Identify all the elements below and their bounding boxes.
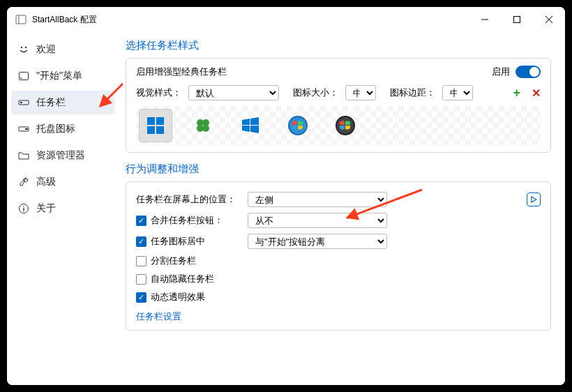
start-icon-win11[interactable]: [139, 109, 172, 142]
split-checkbox[interactable]: [136, 256, 146, 266]
start-icon-row: [136, 106, 541, 145]
sidebar-item-label: 托盘图标: [36, 123, 75, 135]
svg-rect-3: [514, 17, 520, 23]
svg-point-6: [21, 47, 22, 48]
sidebar-item-about[interactable]: 关于: [11, 197, 114, 220]
svg-rect-17: [147, 117, 155, 125]
svg-rect-13: [25, 128, 28, 130]
icon-size-select[interactable]: 中: [345, 85, 376, 100]
sidebar-item-label: "开始"菜单: [36, 70, 82, 82]
play-button[interactable]: [527, 193, 541, 206]
visual-style-select[interactable]: 默认: [188, 85, 279, 100]
tray-icon: [18, 123, 29, 135]
sidebar-item-explorer[interactable]: 资源管理器: [11, 144, 114, 167]
info-icon: [18, 203, 29, 214]
start-icon-clover[interactable]: [186, 109, 220, 142]
main-content: 选择任务栏样式 启用增强型经典任务栏 启用 视觉样式： 默认 图标大小： 中 图…: [119, 32, 565, 385]
combine-label: 合并任务栏按钮：: [151, 214, 223, 227]
svg-rect-8: [20, 73, 29, 80]
svg-point-24: [202, 125, 209, 132]
icon-margin-label: 图标边距：: [390, 86, 435, 99]
window-icon: [18, 70, 29, 82]
sidebar-item-label: 欢迎: [36, 43, 56, 56]
enable-toggle[interactable]: [515, 66, 541, 78]
autohide-checkbox[interactable]: [136, 274, 146, 285]
svg-rect-20: [156, 126, 164, 134]
enable-classic-label: 启用增强型经典任务栏: [136, 66, 227, 78]
taskbar-settings-link[interactable]: 任务栏设置: [136, 310, 181, 323]
app-icon: [15, 14, 27, 25]
toggle-label: 启用: [492, 66, 510, 78]
svg-rect-18: [156, 117, 164, 125]
maximize-button[interactable]: [501, 7, 533, 32]
center-label: 任务图标居中: [151, 235, 205, 248]
start-icon-win7-dark[interactable]: [329, 109, 362, 142]
behavior-panel: 任务栏在屏幕上的位置： 左侧 合并任务栏按钮： 从不 任务图标居中 与"开始"按…: [126, 181, 551, 331]
center-checkbox[interactable]: [136, 236, 146, 247]
section-title-behavior: 行为调整和增强: [126, 163, 551, 176]
position-select[interactable]: 左侧: [248, 192, 387, 207]
combine-select[interactable]: 从不: [248, 213, 387, 228]
folder-icon: [18, 150, 29, 161]
transparency-checkbox[interactable]: [136, 292, 146, 303]
autohide-label: 自动隐藏任务栏: [151, 273, 214, 285]
svg-rect-19: [147, 126, 155, 134]
sidebar-item-tray[interactable]: 托盘图标: [11, 117, 114, 141]
transparency-label: 动态透明效果: [151, 291, 205, 303]
center-select[interactable]: 与"开始"按钮分离: [248, 234, 387, 249]
add-icon[interactable]: +: [513, 86, 520, 100]
titlebar: StartAllBack 配置: [7, 7, 565, 32]
sidebar-item-welcome[interactable]: 欢迎: [11, 38, 114, 61]
svg-point-9: [20, 77, 22, 79]
close-button[interactable]: [533, 7, 565, 32]
style-panel: 启用增强型经典任务栏 启用 视觉样式： 默认 图标大小： 中 图标边距： 中 +: [126, 58, 551, 153]
svg-point-15: [23, 206, 24, 207]
start-icon-win7-blue[interactable]: [281, 109, 315, 142]
sidebar-item-label: 关于: [36, 202, 56, 215]
svg-point-7: [25, 47, 27, 48]
sidebar-item-label: 高级: [36, 176, 56, 188]
sidebar: 欢迎 "开始"菜单 任务栏 托盘图标 资源管理器 高级: [7, 32, 119, 385]
remove-icon[interactable]: ✕: [532, 86, 541, 100]
sidebar-item-label: 任务栏: [36, 96, 66, 109]
taskbar-icon: [18, 97, 29, 108]
wrench-icon: [18, 176, 29, 188]
position-label: 任务栏在屏幕上的位置：: [136, 193, 236, 206]
combine-checkbox[interactable]: [136, 216, 146, 226]
window-title: StartAllBack 配置: [32, 14, 469, 26]
sidebar-item-label: 资源管理器: [36, 149, 85, 162]
minimize-button[interactable]: [469, 7, 501, 32]
split-label: 分割任务栏: [151, 255, 196, 267]
sidebar-item-startmenu[interactable]: "开始"菜单: [11, 64, 114, 88]
icon-margin-select[interactable]: 中: [442, 85, 473, 100]
sidebar-item-advanced[interactable]: 高级: [11, 170, 114, 194]
smile-icon: [18, 44, 29, 55]
sidebar-item-taskbar[interactable]: 任务栏: [11, 91, 114, 114]
icon-size-label: 图标大小：: [293, 86, 338, 99]
svg-rect-0: [16, 15, 26, 24]
section-title-style: 选择任务栏样式: [126, 39, 551, 52]
visual-style-label: 视觉样式：: [136, 86, 181, 99]
svg-rect-11: [20, 102, 22, 103]
start-icon-win10[interactable]: [234, 109, 267, 142]
